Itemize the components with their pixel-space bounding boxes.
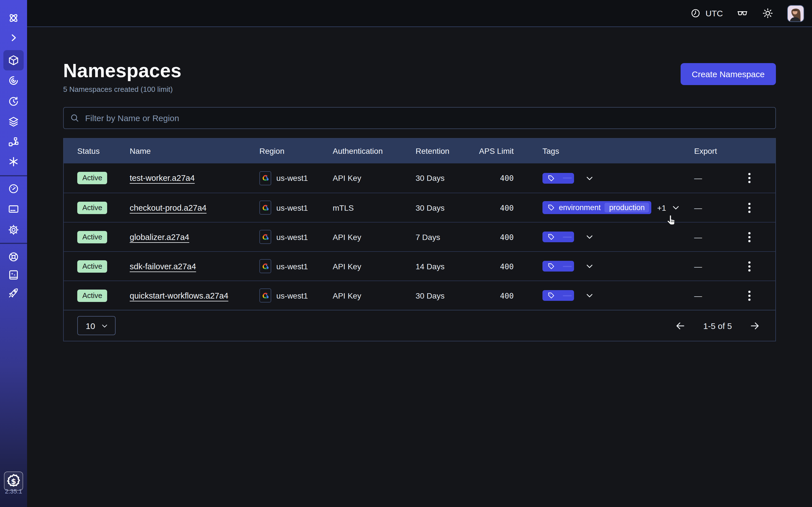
tag-pill[interactable] <box>543 173 574 183</box>
app-version: 2.35.1 <box>0 488 27 495</box>
tag-pill[interactable]: environment production <box>543 201 652 214</box>
glasses-icon <box>737 7 748 19</box>
create-namespace-button[interactable]: Create Namespace <box>680 63 776 85</box>
namespace-link[interactable]: globalizer.a27a4 <box>130 232 189 241</box>
retention-cell: 7 Days <box>402 232 466 241</box>
table-row: Active quickstart-workflows.a27a4 us-wes… <box>64 281 775 310</box>
app-root: $ 2.35.1 UTC <box>0 0 812 507</box>
export-cell: — <box>694 232 702 241</box>
status-badge: Active <box>77 289 107 302</box>
chevron-down-icon <box>585 262 594 270</box>
sidebar-item-usage[interactable] <box>3 179 24 199</box>
sidebar-item-deployments[interactable] <box>3 112 24 132</box>
tags-expand-button[interactable] <box>585 174 594 182</box>
column-header-status: Status <box>64 147 116 156</box>
sidebar-item-quickstart[interactable] <box>3 283 24 303</box>
status-badge: Active <box>77 260 107 272</box>
table-footer: 10 1-5 of 5 <box>64 310 775 341</box>
sidebar-item-settings[interactable] <box>3 220 24 240</box>
sidebar-item-nexus[interactable] <box>3 152 24 172</box>
row-actions-menu-button[interactable] <box>745 228 754 245</box>
tag-pill[interactable] <box>543 261 574 272</box>
usage-gauge-icon <box>7 182 20 195</box>
batch-operations-graph-icon <box>7 136 20 148</box>
region-label: us-west1 <box>276 262 308 271</box>
column-header-tags: Tags <box>529 147 680 156</box>
namespace-link[interactable]: sdk-failover.a27a4 <box>130 262 196 271</box>
aps-limit-cell: 400 <box>466 291 529 300</box>
gcp-provider-icon <box>259 259 271 273</box>
namespace-link[interactable]: test-worker.a27a4 <box>130 173 195 182</box>
auth-cell: API Key <box>319 173 402 182</box>
chevron-down-icon <box>585 233 594 241</box>
next-page-button[interactable] <box>749 320 761 332</box>
table-row: Active globalizer.a27a4 us-west1 API Key… <box>64 222 775 251</box>
sidebar-item-getting-started[interactable] <box>3 265 24 285</box>
chevron-down-icon <box>101 322 108 329</box>
sidebar-expand-chevron-icon[interactable] <box>3 27 24 48</box>
tag-pill[interactable] <box>543 290 574 301</box>
export-cell: — <box>694 173 702 182</box>
tag-value: production <box>605 203 649 212</box>
region-label: us-west1 <box>276 173 308 182</box>
sidebar-divider <box>0 175 27 176</box>
tag-group <box>543 290 594 301</box>
timezone-label: UTC <box>705 8 723 18</box>
sidebar-item-batch-operations[interactable] <box>3 132 24 152</box>
tag-group <box>543 173 594 183</box>
schedules-clock-icon <box>7 95 20 108</box>
sidebar-item-billing[interactable] <box>3 199 24 219</box>
workflows-spiral-icon <box>7 74 20 87</box>
filter-input[interactable] <box>63 107 776 129</box>
auth-cell: API Key <box>319 262 402 271</box>
sidebar-item-workflows[interactable] <box>3 70 24 91</box>
aps-limit-cell: 400 <box>466 203 529 212</box>
tag-pill[interactable] <box>543 231 574 242</box>
retention-cell: 30 Days <box>402 291 466 300</box>
labs-toggle[interactable] <box>737 7 748 19</box>
nexus-asterisk-icon <box>7 156 20 168</box>
namespace-link[interactable]: checkout-prod.a27a4 <box>130 203 207 212</box>
region-label: us-west1 <box>276 291 308 300</box>
previous-page-button[interactable] <box>674 320 686 332</box>
tags-expand-button[interactable] <box>585 262 594 270</box>
sidebar-item-support[interactable] <box>3 247 24 267</box>
status-badge: Active <box>77 231 107 243</box>
column-header-aps-limit: APS Limit <box>466 147 529 156</box>
tag-icon <box>548 263 555 270</box>
clock-icon <box>690 8 701 18</box>
namespaces-cube-icon <box>7 54 20 66</box>
sidebar-item-schedules[interactable] <box>3 91 24 112</box>
page-size-value: 10 <box>86 321 95 330</box>
tags-expand-button[interactable] <box>672 203 680 212</box>
tags-expand-button[interactable] <box>585 291 594 300</box>
page-size-select[interactable]: 10 <box>77 316 115 335</box>
pagination-range: 1-5 of 5 <box>703 321 732 330</box>
retention-cell: 14 Days <box>402 262 466 271</box>
auth-cell: API Key <box>319 232 402 241</box>
column-header-retention: Retention <box>402 147 466 156</box>
table-header-row: Status Name Region Authentication Retent… <box>64 138 775 163</box>
tag-value <box>563 236 572 237</box>
temporal-logo-icon[interactable] <box>3 8 24 28</box>
row-actions-menu-button[interactable] <box>745 170 754 186</box>
timezone-selector[interactable]: UTC <box>690 8 723 18</box>
column-header-name: Name <box>116 147 246 156</box>
theme-toggle[interactable] <box>762 7 774 19</box>
table-row: Active test-worker.a27a4 us-west1 API Ke… <box>64 163 775 193</box>
tags-expand-button[interactable] <box>585 233 594 241</box>
sidebar-item-namespaces[interactable] <box>3 50 24 70</box>
sidebar: $ 2.35.1 <box>0 0 27 507</box>
search-icon <box>70 113 80 123</box>
user-avatar[interactable] <box>787 5 804 22</box>
row-actions-menu-button[interactable] <box>745 199 754 216</box>
svg-text:$: $ <box>11 477 16 486</box>
row-actions-menu-button[interactable] <box>745 258 754 275</box>
tag-icon <box>548 174 555 182</box>
export-cell: — <box>694 262 702 271</box>
retention-cell: 30 Days <box>402 173 466 182</box>
namespace-count-subtitle: 5 Namespaces created (100 limit) <box>63 85 182 94</box>
tag-more-count: +1 <box>657 203 666 212</box>
row-actions-menu-button[interactable] <box>745 287 754 304</box>
namespace-link[interactable]: quickstart-workflows.a27a4 <box>130 291 229 300</box>
